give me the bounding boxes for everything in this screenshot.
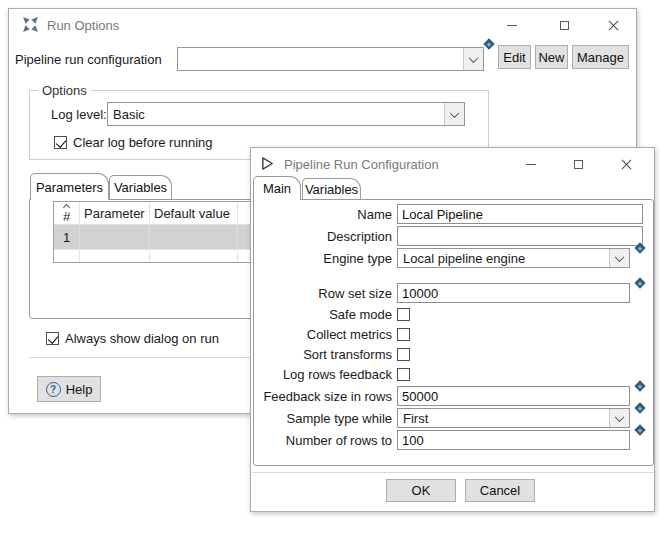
engine-type-label: Engine type <box>251 251 397 266</box>
combo-value: First <box>398 411 609 426</box>
tab-variables[interactable]: Variables <box>302 178 361 199</box>
column-header-parameter[interactable]: Parameter <box>80 202 150 224</box>
close-icon[interactable] <box>609 152 643 176</box>
ok-button[interactable]: OK <box>386 479 456 502</box>
pipeline-config-titlebar: Pipeline Run Configuration <box>251 148 654 182</box>
pinwheel-icon <box>22 16 39 33</box>
chevron-down-icon[interactable] <box>463 48 483 70</box>
description-label: Description <box>251 229 397 244</box>
maximize-icon[interactable] <box>547 13 581 37</box>
clear-log-checkbox[interactable] <box>54 136 67 149</box>
engine-type-row: Engine type Local pipeline engine <box>251 248 654 268</box>
name-row: Name <box>251 204 654 224</box>
log-level-combo[interactable]: Basic <box>107 102 465 126</box>
new-button[interactable]: New <box>535 45 568 69</box>
edit-button[interactable]: Edit <box>498 45 531 69</box>
chevron-down-icon[interactable] <box>444 103 464 125</box>
pipeline-run-configuration-combo[interactable] <box>177 47 484 71</box>
cancel-button[interactable]: Cancel <box>465 479 535 502</box>
safe-mode-checkbox[interactable] <box>397 308 410 321</box>
log-level-label: Log level: <box>51 107 107 122</box>
log-rows-feedback-label: Log rows feedback <box>251 367 397 382</box>
default-value-cell[interactable] <box>150 225 238 249</box>
number-of-rows-row: Number of rows to <box>251 430 654 450</box>
maximize-icon[interactable] <box>561 152 595 176</box>
description-input[interactable] <box>397 226 643 246</box>
sample-type-combo[interactable]: First <box>397 408 630 428</box>
options-legend: Options <box>38 83 91 98</box>
divider <box>252 472 654 473</box>
parameter-cell[interactable] <box>80 225 150 249</box>
name-label: Name <box>251 207 397 222</box>
row-set-size-label: Row set size <box>251 286 397 301</box>
feedback-size-label: Feedback size in rows <box>251 389 397 404</box>
always-show-dialog-label: Always show dialog on run <box>65 331 219 346</box>
feedback-size-input[interactable] <box>397 386 630 406</box>
collect-metrics-checkbox[interactable] <box>397 328 410 341</box>
tab-main[interactable]: Main <box>253 176 301 200</box>
row-number-cell[interactable]: 1 <box>54 225 80 249</box>
number-of-rows-label: Number of rows to <box>251 433 397 448</box>
chevron-down-icon[interactable] <box>609 409 629 427</box>
log-rows-feedback-row: Log rows feedback <box>251 367 654 382</box>
help-question-icon: ? <box>46 382 61 397</box>
chevron-down-icon[interactable] <box>609 249 629 267</box>
name-input[interactable] <box>397 204 643 224</box>
sample-type-row: Sample type while First <box>251 408 654 428</box>
play-outline-icon <box>260 156 275 171</box>
sample-type-label: Sample type while <box>251 411 397 426</box>
row-set-size-input[interactable] <box>397 283 630 303</box>
clear-log-label: Clear log before running <box>73 135 212 150</box>
feedback-size-row: Feedback size in rows <box>251 386 654 406</box>
sort-transforms-checkbox[interactable] <box>397 348 410 361</box>
always-show-dialog-checkbox[interactable] <box>46 332 59 345</box>
combo-value: Basic <box>108 107 444 122</box>
manage-button[interactable]: Manage <box>572 45 629 69</box>
column-header-default-value[interactable]: Default value <box>150 202 238 224</box>
collect-metrics-row: Collect metrics <box>251 327 654 342</box>
sort-transforms-row: Sort transforms <box>251 347 654 362</box>
tab-variables[interactable]: Variables <box>109 175 172 199</box>
sort-transforms-label: Sort transforms <box>251 347 397 362</box>
help-button[interactable]: ? Help <box>37 376 101 402</box>
description-row: Description <box>251 226 654 246</box>
tab-parameters[interactable]: Parameters <box>30 173 109 200</box>
log-rows-feedback-checkbox[interactable] <box>397 368 410 381</box>
close-icon[interactable] <box>596 13 630 37</box>
column-header-num[interactable]: # <box>54 202 80 224</box>
pipeline-run-configuration-dialog: Pipeline Run Configuration Main Variable… <box>250 147 655 512</box>
number-of-rows-input[interactable] <box>397 430 630 450</box>
row-set-size-row: Row set size <box>251 283 654 303</box>
engine-type-combo[interactable]: Local pipeline engine <box>397 248 630 268</box>
safe-mode-row: Safe mode <box>251 307 654 322</box>
minimize-icon[interactable] <box>495 13 529 37</box>
help-button-label: Help <box>66 382 93 397</box>
run-options-titlebar: Run Options <box>9 9 636 43</box>
combo-value: Local pipeline engine <box>398 251 609 266</box>
safe-mode-label: Safe mode <box>251 307 397 322</box>
minimize-icon[interactable] <box>514 152 548 176</box>
pipeline-run-configuration-label: Pipeline run configuration <box>15 52 162 67</box>
window-title: Run Options <box>47 18 119 33</box>
desktop: Run Options Pipeline run configuration E… <box>0 0 667 546</box>
window-title: Pipeline Run Configuration <box>284 157 439 172</box>
collect-metrics-label: Collect metrics <box>251 327 397 342</box>
